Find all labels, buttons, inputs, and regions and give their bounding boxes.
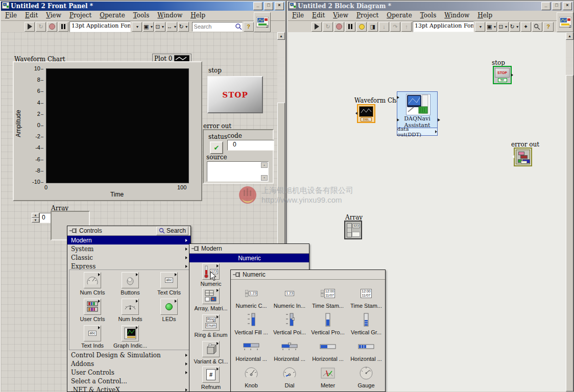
palette-item-meter[interactable]: Meter <box>309 365 346 388</box>
maximize-button[interactable]: □ <box>264 2 273 10</box>
palette-row-user-controls[interactable]: User Controls <box>67 368 190 377</box>
numeric-palette-header[interactable]: Numeric <box>231 270 385 280</box>
daqnavi-node[interactable]: DAQNavi Assistant data out(DDT) <box>397 91 438 136</box>
palette-item-vertical-fill-slide[interactable]: Vertical Fill ... <box>233 312 270 335</box>
close-button[interactable]: × <box>563 2 572 10</box>
palette-item-horizontal-graduated-bar[interactable]: Horizontal ... <box>348 338 385 362</box>
menu-item-help[interactable]: Help <box>186 11 209 19</box>
code-field[interactable]: 0 <box>227 140 274 151</box>
font-selector[interactable]: 13pt Application Font <box>413 21 474 32</box>
labview-badge[interactable]: 2 <box>254 12 271 32</box>
palette-row-classic[interactable]: Classic <box>67 253 190 262</box>
stop-button[interactable]: STOP <box>207 76 263 113</box>
reorder-dropdown[interactable]: ↻▼ <box>510 22 520 32</box>
palette-item-text-inds[interactable]: abc Text Inds <box>75 325 110 349</box>
minimize-button[interactable]: _ <box>253 2 262 10</box>
error-out-terminal[interactable] <box>514 148 532 166</box>
palette-row-system[interactable]: System <box>67 244 190 253</box>
font-selector-dropdown[interactable]: ▼ <box>132 22 142 32</box>
palette-item-gauge[interactable]: Gauge <box>348 365 385 388</box>
menu-item-project[interactable]: Project <box>65 11 95 19</box>
palette-search-button[interactable]: Search <box>156 227 188 235</box>
align-objects-dropdown[interactable]: ▣▼ <box>486 22 497 32</box>
palette-item-variant-class[interactable]: Variant & Cl... <box>194 341 228 364</box>
palette-item-num-inds[interactable]: Num Inds <box>112 299 148 322</box>
palette-item-vertical-pointer-slide[interactable]: Vertical Poi... <box>271 312 308 335</box>
run-continuous-button[interactable]: ↻ <box>323 22 333 32</box>
palette-row-dotnet-activex[interactable]: .NET & ActiveX <box>67 385 190 392</box>
palette-item-horizontal-progress-bar[interactable]: Horizontal ... <box>309 338 346 362</box>
distribute-objects-dropdown[interactable]: ⊡▼ <box>155 22 165 32</box>
titlebar[interactable]: Untitled 2 Block Diagram * _ □ × <box>288 2 573 11</box>
palette-item-vertical-progress-bar[interactable]: Vertical Pro... <box>309 312 346 335</box>
context-help-button[interactable]: ? <box>543 22 554 32</box>
palette-item-horizontal-pointer-slide[interactable]: Horizontal ... <box>271 338 308 362</box>
palette-row-control-design[interactable]: Control Design & Simulation <box>67 351 190 359</box>
palette-row-modern[interactable]: Modern <box>67 236 190 244</box>
pin-icon[interactable] <box>69 228 78 233</box>
palette-item-user-ctrls[interactable]: User Ctrls <box>75 299 110 322</box>
daqnavi-output-row[interactable]: data out(DDT) <box>397 128 437 135</box>
palette-item-ring-enum[interactable]: Ring Enum Ring & Enum <box>194 314 228 338</box>
step-into-button[interactable]: ↓ <box>379 22 389 32</box>
distribute-objects-dropdown[interactable]: ⊡▼ <box>498 22 508 32</box>
titlebar[interactable]: Untitled 2 Front Panel * _ □ × <box>1 2 285 11</box>
font-selector-dropdown[interactable]: ▼ <box>475 22 485 32</box>
search-box[interactable] <box>192 22 243 32</box>
run-continuous-button[interactable]: ↻ <box>36 22 46 32</box>
array-terminal[interactable]: 123 <box>344 220 362 239</box>
menu-item-project[interactable]: Project <box>352 11 382 19</box>
source-scroll-down-button[interactable]: ▼ <box>261 175 268 181</box>
palette-item-horizontal-fill-slide[interactable]: Horizontal ... <box>233 338 270 362</box>
close-button[interactable]: × <box>275 2 284 10</box>
palette-item-num-ctrls[interactable]: Num Ctrls <box>75 272 110 296</box>
palette-item-time-stamp-control[interactable]: 12:0011/07 Time Stam... <box>309 285 346 309</box>
pin-icon[interactable] <box>192 246 200 251</box>
menu-item-edit[interactable]: Edit <box>308 11 329 19</box>
maximize-button[interactable]: □ <box>552 2 561 10</box>
run-button[interactable] <box>25 22 35 32</box>
palette-item-array-matrix[interactable]: Array, Matri... <box>194 288 228 311</box>
waveform-chart-terminal[interactable]: DBL <box>357 104 375 123</box>
menu-item-tools[interactable]: Tools <box>416 11 441 19</box>
menu-item-window[interactable]: Window <box>153 11 186 19</box>
palette-item-numeric-indicator[interactable]: 1.23 Numeric In... <box>271 285 308 309</box>
scrollbar-up-button[interactable]: ▲ <box>566 32 573 40</box>
pin-icon[interactable] <box>233 272 241 277</box>
search-input[interactable] <box>193 23 235 30</box>
align-objects-dropdown[interactable]: ▣▼ <box>143 22 154 32</box>
menu-item-edit[interactable]: Edit <box>21 11 42 19</box>
source-field[interactable]: ▲ ▼ <box>207 161 269 182</box>
palette-item-graph-indicators[interactable]: Graph Indic... <box>112 325 148 349</box>
resize-objects-dropdown[interactable]: ↔▼ <box>166 22 178 32</box>
menu-item-view[interactable]: View <box>42 11 65 19</box>
palette-item-knob[interactable]: Knob <box>233 365 270 388</box>
palette-item-vertical-graduated-bar[interactable]: Vertical Gr... <box>348 312 385 335</box>
minimize-button[interactable]: _ <box>541 2 551 10</box>
step-out-button[interactable]: ↑ <box>401 22 412 32</box>
run-button[interactable] <box>312 22 322 32</box>
palette-item-dial[interactable]: Dial <box>271 365 308 388</box>
menu-item-view[interactable]: View <box>329 11 352 19</box>
abort-button[interactable] <box>334 22 344 32</box>
error-out-cluster[interactable]: status ✔ code 0 source ▲ ▼ <box>203 129 274 184</box>
pause-button[interactable] <box>58 22 68 32</box>
palette-row-select-a-control[interactable]: Select a Control... <box>67 377 190 385</box>
zoom-button[interactable] <box>532 22 542 32</box>
palette-row-addons[interactable]: Addons <box>67 359 190 368</box>
menu-item-file[interactable]: File <box>288 11 308 19</box>
source-scroll-up-button[interactable]: ▲ <box>261 162 268 168</box>
vertical-scrollbar[interactable]: ▲ <box>566 32 573 391</box>
menu-item-help[interactable]: Help <box>473 11 496 19</box>
palette-item-text-ctrls[interactable]: abc Text Ctrls <box>150 272 188 296</box>
palette-item-leds[interactable]: LEDs <box>150 299 188 322</box>
scrollbar-thumb[interactable] <box>566 75 573 391</box>
palette-row-numeric[interactable]: Numeric <box>189 254 309 262</box>
reorder-dropdown[interactable]: ↻▼ <box>178 22 188 32</box>
context-help-button[interactable]: ? <box>244 22 254 32</box>
menu-item-window[interactable]: Window <box>440 11 473 19</box>
cleanup-diagram-button[interactable]: ✦ <box>521 22 531 32</box>
palette-item-refnum[interactable]: # Refnum <box>194 366 228 390</box>
status-led[interactable]: ✔ <box>210 141 223 154</box>
step-over-button[interactable]: ↷ <box>390 22 400 32</box>
